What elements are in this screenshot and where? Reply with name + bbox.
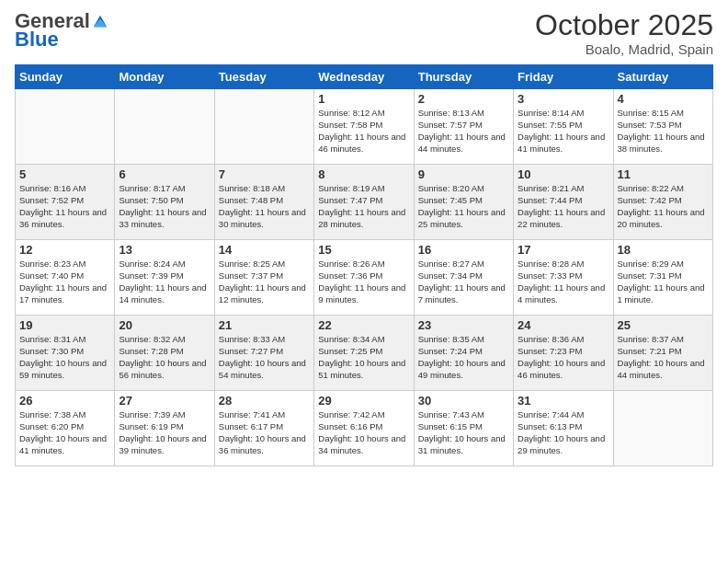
calendar-cell: 18Sunrise: 8:29 AM Sunset: 7:31 PM Dayli… [613, 240, 712, 316]
calendar-cell: 14Sunrise: 8:25 AM Sunset: 7:37 PM Dayli… [214, 240, 313, 316]
day-info: Sunrise: 8:33 AM Sunset: 7:27 PM Dayligh… [219, 334, 310, 381]
calendar-cell: 10Sunrise: 8:21 AM Sunset: 7:44 PM Dayli… [514, 165, 613, 240]
calendar-table: SundayMondayTuesdayWednesdayThursdayFrid… [15, 64, 713, 466]
day-number: 27 [119, 394, 210, 408]
day-info: Sunrise: 8:26 AM Sunset: 7:36 PM Dayligh… [318, 259, 409, 305]
day-number: 14 [219, 243, 310, 257]
weekday-header-wednesday: Wednesday [314, 65, 414, 89]
day-number: 8 [318, 167, 409, 181]
svg-marker-1 [94, 18, 107, 27]
calendar-cell: 7Sunrise: 8:18 AM Sunset: 7:48 PM Daylig… [214, 165, 313, 240]
day-info: Sunrise: 8:16 AM Sunset: 7:52 PM Dayligh… [19, 183, 110, 230]
calendar-cell: 21Sunrise: 8:33 AM Sunset: 7:27 PM Dayli… [214, 316, 313, 391]
logo: General Blue [15, 9, 108, 52]
calendar-cell: 26Sunrise: 7:38 AM Sunset: 6:20 PM Dayli… [16, 391, 115, 466]
calendar-cell: 31Sunrise: 7:44 AM Sunset: 6:13 PM Dayli… [514, 391, 613, 466]
calendar-cell: 20Sunrise: 8:32 AM Sunset: 7:28 PM Dayli… [115, 316, 214, 391]
location: Boalo, Madrid, Spain [535, 41, 713, 57]
day-number: 10 [518, 167, 609, 181]
day-number: 12 [19, 243, 110, 257]
day-info: Sunrise: 8:14 AM Sunset: 7:55 PM Dayligh… [518, 108, 609, 155]
weekday-header-row: SundayMondayTuesdayWednesdayThursdayFrid… [16, 65, 713, 89]
calendar-cell [16, 89, 115, 165]
day-number: 1 [318, 92, 409, 106]
day-info: Sunrise: 8:24 AM Sunset: 7:39 PM Dayligh… [119, 259, 210, 305]
day-number: 28 [219, 394, 310, 408]
calendar-week-row: 1Sunrise: 8:12 AM Sunset: 7:58 PM Daylig… [16, 89, 713, 165]
calendar-cell: 30Sunrise: 7:43 AM Sunset: 6:15 PM Dayli… [414, 391, 513, 466]
day-info: Sunrise: 8:18 AM Sunset: 7:48 PM Dayligh… [219, 183, 310, 230]
weekday-header-monday: Monday [115, 65, 214, 89]
day-number: 9 [418, 167, 509, 181]
day-info: Sunrise: 8:27 AM Sunset: 7:34 PM Dayligh… [418, 259, 509, 305]
calendar-cell: 28Sunrise: 7:41 AM Sunset: 6:17 PM Dayli… [214, 391, 313, 466]
weekday-header-tuesday: Tuesday [214, 65, 313, 89]
calendar-cell: 9Sunrise: 8:20 AM Sunset: 7:45 PM Daylig… [414, 165, 513, 240]
day-number: 31 [518, 394, 609, 408]
day-info: Sunrise: 8:15 AM Sunset: 7:53 PM Dayligh… [618, 108, 709, 155]
calendar-cell: 12Sunrise: 8:23 AM Sunset: 7:40 PM Dayli… [16, 240, 115, 316]
title-area: October 2025 Boalo, Madrid, Spain [535, 9, 713, 57]
day-info: Sunrise: 8:28 AM Sunset: 7:33 PM Dayligh… [518, 259, 609, 305]
day-number: 15 [318, 243, 409, 257]
calendar-week-row: 26Sunrise: 7:38 AM Sunset: 6:20 PM Dayli… [16, 391, 713, 466]
day-number: 17 [518, 243, 609, 257]
calendar-cell: 13Sunrise: 8:24 AM Sunset: 7:39 PM Dayli… [115, 240, 214, 316]
day-number: 13 [119, 243, 210, 257]
calendar-cell: 19Sunrise: 8:31 AM Sunset: 7:30 PM Dayli… [16, 316, 115, 391]
calendar-cell: 24Sunrise: 8:36 AM Sunset: 7:23 PM Dayli… [514, 316, 613, 391]
day-info: Sunrise: 8:23 AM Sunset: 7:40 PM Dayligh… [19, 259, 110, 305]
day-number: 16 [418, 243, 509, 257]
calendar-week-row: 12Sunrise: 8:23 AM Sunset: 7:40 PM Dayli… [16, 240, 713, 316]
month-title: October 2025 [535, 9, 713, 41]
day-info: Sunrise: 7:43 AM Sunset: 6:15 PM Dayligh… [418, 409, 509, 456]
day-number: 30 [418, 394, 509, 408]
day-info: Sunrise: 8:35 AM Sunset: 7:24 PM Dayligh… [418, 334, 509, 381]
day-number: 5 [19, 167, 110, 181]
calendar-cell [613, 391, 712, 466]
day-number: 6 [119, 167, 210, 181]
day-number: 24 [518, 318, 609, 332]
day-number: 22 [318, 318, 409, 332]
calendar-cell: 22Sunrise: 8:34 AM Sunset: 7:25 PM Dayli… [314, 316, 414, 391]
day-info: Sunrise: 8:20 AM Sunset: 7:45 PM Dayligh… [418, 183, 509, 230]
calendar-cell: 17Sunrise: 8:28 AM Sunset: 7:33 PM Dayli… [514, 240, 613, 316]
page-container: General Blue October 2025 Boalo, Madrid,… [0, 0, 728, 476]
weekday-header-sunday: Sunday [16, 65, 115, 89]
day-info: Sunrise: 8:12 AM Sunset: 7:58 PM Dayligh… [318, 108, 409, 155]
day-info: Sunrise: 8:31 AM Sunset: 7:30 PM Dayligh… [19, 334, 110, 381]
day-info: Sunrise: 7:41 AM Sunset: 6:17 PM Dayligh… [219, 409, 310, 456]
day-number: 20 [119, 318, 210, 332]
day-info: Sunrise: 7:39 AM Sunset: 6:19 PM Dayligh… [119, 409, 210, 456]
calendar-cell: 29Sunrise: 7:42 AM Sunset: 6:16 PM Dayli… [314, 391, 414, 466]
day-number: 19 [19, 318, 110, 332]
day-info: Sunrise: 8:29 AM Sunset: 7:31 PM Dayligh… [618, 259, 709, 305]
day-info: Sunrise: 8:22 AM Sunset: 7:42 PM Dayligh… [618, 183, 709, 230]
day-info: Sunrise: 7:44 AM Sunset: 6:13 PM Dayligh… [518, 409, 609, 456]
day-number: 18 [618, 243, 709, 257]
weekday-header-saturday: Saturday [613, 65, 712, 89]
day-info: Sunrise: 8:37 AM Sunset: 7:21 PM Dayligh… [618, 334, 709, 381]
calendar-cell: 15Sunrise: 8:26 AM Sunset: 7:36 PM Dayli… [314, 240, 414, 316]
day-info: Sunrise: 8:13 AM Sunset: 7:57 PM Dayligh… [418, 108, 509, 155]
day-number: 3 [518, 92, 609, 106]
calendar-cell: 16Sunrise: 8:27 AM Sunset: 7:34 PM Dayli… [414, 240, 513, 316]
calendar-cell: 27Sunrise: 7:39 AM Sunset: 6:19 PM Dayli… [115, 391, 214, 466]
calendar-cell: 8Sunrise: 8:19 AM Sunset: 7:47 PM Daylig… [314, 165, 414, 240]
calendar-cell: 23Sunrise: 8:35 AM Sunset: 7:24 PM Dayli… [414, 316, 513, 391]
day-info: Sunrise: 8:25 AM Sunset: 7:37 PM Dayligh… [219, 259, 310, 305]
logo-blue-text: Blue [15, 28, 59, 52]
day-info: Sunrise: 7:38 AM Sunset: 6:20 PM Dayligh… [19, 409, 110, 456]
calendar-week-row: 19Sunrise: 8:31 AM Sunset: 7:30 PM Dayli… [16, 316, 713, 391]
day-info: Sunrise: 8:21 AM Sunset: 7:44 PM Dayligh… [518, 183, 609, 230]
calendar-cell: 11Sunrise: 8:22 AM Sunset: 7:42 PM Dayli… [613, 165, 712, 240]
day-number: 25 [618, 318, 709, 332]
calendar-cell: 25Sunrise: 8:37 AM Sunset: 7:21 PM Dayli… [613, 316, 712, 391]
weekday-header-friday: Friday [514, 65, 613, 89]
day-number: 23 [418, 318, 509, 332]
day-info: Sunrise: 8:17 AM Sunset: 7:50 PM Dayligh… [119, 183, 210, 230]
day-number: 2 [418, 92, 509, 106]
calendar-cell [115, 89, 214, 165]
calendar-cell: 2Sunrise: 8:13 AM Sunset: 7:57 PM Daylig… [414, 89, 513, 165]
calendar-cell: 6Sunrise: 8:17 AM Sunset: 7:50 PM Daylig… [115, 165, 214, 240]
